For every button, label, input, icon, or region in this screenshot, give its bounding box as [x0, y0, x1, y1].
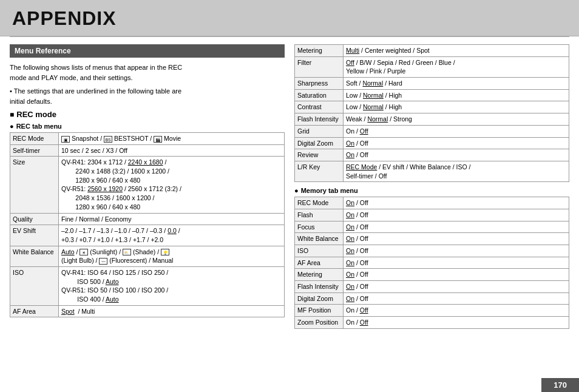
table-row: Grid On / Off	[295, 125, 569, 137]
underline-text: On	[346, 199, 354, 206]
cell-label: AF Area	[10, 305, 59, 317]
underline-text: Normal	[362, 79, 383, 87]
underline-text: On	[346, 211, 354, 218]
underline-text: On	[346, 295, 354, 302]
cell-value: On / Off	[344, 125, 569, 137]
underline-text: On	[346, 140, 354, 147]
table-row: REC Mode ▣ Snapshot / BS BESTSHOT / 🎬 Mo…	[10, 133, 285, 145]
cell-label: Flash Intensity	[295, 281, 344, 293]
cell-label: ISO	[10, 266, 59, 305]
cell-label: Filter	[295, 56, 344, 77]
fluorescent-icon: 〰	[99, 258, 107, 265]
cell-value: Low / Normal / High	[344, 101, 569, 113]
cell-label: Grid	[295, 125, 344, 137]
table-row: Metering Multi / Center weighted / Spot	[295, 45, 569, 57]
cell-label: Self-timer	[10, 144, 59, 157]
cell-label: REC Mode	[295, 197, 344, 209]
table-row: Flash On / Off	[295, 209, 569, 221]
intro-bullet: • The settings that are underlined in th…	[10, 86, 285, 106]
cell-value: On / Off	[344, 209, 569, 221]
cell-value: Multi / Center weighted / Spot	[344, 45, 569, 57]
cell-value: On / Off	[344, 233, 569, 245]
rec-mode-title: REC mode	[10, 110, 285, 119]
cell-value: Auto / ☀ (Sunlight) / ⛅ (Shade) / 💡 (Lig…	[59, 246, 285, 266]
page: APPENDIX Menu Reference The following sh…	[0, 0, 579, 392]
underline-text: Off	[360, 306, 368, 314]
cell-value: –2.0 / –1.7 / –1.3 / –1.0 / –0.7 / –0.3 …	[59, 225, 285, 246]
shade-icon: ⛅	[123, 249, 131, 255]
intro-text-1: The following shows lists of menus that …	[10, 63, 285, 83]
cell-value: Off / B/W / Sepia / Red / Green / Blue /…	[344, 56, 569, 77]
underline-text: On	[346, 235, 354, 242]
underline-text: Normal	[367, 115, 388, 123]
cell-value: On / Off	[344, 281, 569, 293]
table-row: Focus On / Off	[295, 221, 569, 233]
cell-value: On / Off	[344, 292, 569, 305]
cell-value: QV-R41: ISO 64 / ISO 125 / ISO 250 / ISO…	[59, 266, 285, 305]
table-row: Filter Off / B/W / Sepia / Red / Green /…	[295, 56, 569, 77]
cell-label: Flash Intensity	[295, 113, 344, 126]
table-row: MF Position On / Off	[295, 305, 569, 317]
cell-label: Zoom Position	[295, 317, 344, 329]
table-row: L/R Key REC Mode / EV shift / White Bala…	[295, 161, 569, 181]
table-row: Sharpness Soft / Normal / Hard	[295, 78, 569, 90]
table-row: Flash Intensity Weak / Normal / Strong	[295, 113, 569, 126]
table-row: Size QV-R41: 2304 x 1712 / 2240 x 1680 /…	[10, 157, 285, 213]
underline-text: Multi	[346, 47, 359, 54]
cell-label: Flash	[295, 209, 344, 221]
table-row: White Balance Auto / ☀ (Sunlight) / ⛅ (S…	[10, 246, 285, 266]
cell-label: Digital Zoom	[295, 292, 344, 305]
cell-label: REC Mode	[10, 133, 59, 145]
cell-value: Fine / Normal / Economy	[59, 213, 285, 225]
cell-value: On / Off	[344, 245, 569, 257]
bulb-icon: 💡	[161, 249, 169, 255]
underline-text: 2240 x 1680	[128, 158, 163, 166]
cell-value: On / Off	[344, 269, 569, 281]
underline-text: On	[346, 151, 354, 158]
table-row: REC Mode On / Off	[295, 197, 569, 209]
table-row: Digital Zoom On / Off	[295, 292, 569, 305]
table-row: Metering On / Off	[295, 269, 569, 281]
cell-value: On / Off	[344, 317, 569, 329]
underline-text: On	[346, 283, 354, 290]
cell-value: Weak / Normal / Strong	[344, 113, 569, 126]
cell-label: Sharpness	[295, 78, 344, 90]
page-title: APPENDIX	[12, 7, 567, 30]
main-content: Menu Reference The following shows lists…	[0, 37, 579, 387]
sun-icon: ☀	[80, 249, 88, 255]
table-row: ISO On / Off	[295, 245, 569, 257]
underline-text: On	[346, 259, 354, 266]
cell-value: On / Off	[344, 149, 569, 161]
memory-ref-table: REC Mode On / Off Flash On / Off Focus O…	[294, 197, 569, 329]
cell-label: ISO	[295, 245, 344, 257]
cell-value: Low / Normal / High	[344, 89, 569, 101]
table-row: White Balance On / Off	[295, 233, 569, 245]
cell-value: REC Mode / EV shift / White Balance / IS…	[344, 161, 569, 181]
underline-text: Spot	[61, 308, 75, 315]
bestshot-icon: BS	[104, 136, 112, 143]
cell-value: Soft / Normal / Hard	[344, 78, 569, 90]
cell-label: Metering	[295, 45, 344, 57]
cell-label: Saturation	[295, 89, 344, 101]
table-row: Zoom Position On / Off	[295, 317, 569, 329]
cell-label: EV Shift	[10, 225, 59, 246]
table-row: Review On / Off	[295, 149, 569, 161]
rec-tab-title: REC tab menu	[10, 123, 285, 130]
page-number: 170	[541, 378, 579, 392]
cell-value: ▣ Snapshot / BS BESTSHOT / 🎬 Movie	[59, 133, 285, 145]
movie-icon: 🎬	[154, 136, 162, 143]
cell-label: White Balance	[10, 246, 59, 266]
cell-label: White Balance	[295, 233, 344, 245]
underline-text: Off	[360, 319, 368, 326]
underline-text: 2560 x 1920	[87, 185, 123, 192]
underline-text: 0.0	[168, 227, 177, 234]
underline-text: Normal	[363, 103, 384, 110]
cell-label: Metering	[295, 269, 344, 281]
right-column: Metering Multi / Center weighted / Spot …	[294, 44, 569, 379]
underline-text: Auto	[61, 248, 75, 255]
table-row: AF Area Spot / Multi	[10, 305, 285, 317]
table-row: Flash Intensity On / Off	[295, 281, 569, 293]
cell-value: On / Off	[344, 221, 569, 233]
table-row: Quality Fine / Normal / Economy	[10, 213, 285, 225]
underline-text: Off	[346, 59, 354, 66]
